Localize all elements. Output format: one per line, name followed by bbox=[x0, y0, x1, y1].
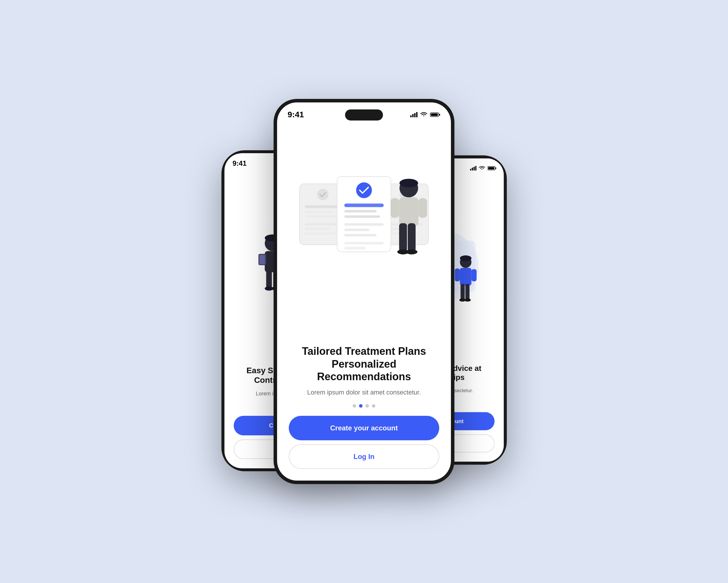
create-account-button-center[interactable]: Create your account bbox=[289, 416, 439, 440]
svg-rect-66 bbox=[470, 169, 471, 171]
svg-rect-10 bbox=[266, 271, 272, 289]
time-center: 9:41 bbox=[288, 110, 304, 119]
screen-title-center: Tailored Treatment Plans Personalized Re… bbox=[289, 345, 439, 383]
svg-rect-24 bbox=[410, 115, 412, 117]
svg-rect-50 bbox=[344, 210, 376, 212]
time-left: 9:41 bbox=[232, 159, 246, 168]
svg-rect-97 bbox=[471, 269, 476, 282]
wifi-icon-center bbox=[420, 112, 427, 117]
svg-rect-15 bbox=[260, 255, 265, 264]
phones-container: 9:41 bbox=[160, 58, 568, 525]
buttons-center: Create your account Log In bbox=[289, 416, 439, 469]
svg-point-48 bbox=[356, 182, 372, 198]
svg-rect-67 bbox=[472, 168, 473, 171]
svg-rect-36 bbox=[305, 223, 341, 225]
screen-content-center: Tailored Treatment Plans Personalized Re… bbox=[277, 123, 451, 481]
svg-rect-26 bbox=[414, 113, 416, 117]
svg-point-32 bbox=[317, 189, 329, 200]
svg-rect-92 bbox=[461, 284, 465, 300]
svg-rect-27 bbox=[416, 112, 418, 117]
signal-icon-center bbox=[410, 112, 418, 117]
svg-rect-35 bbox=[305, 216, 337, 218]
svg-rect-61 bbox=[408, 223, 416, 252]
battery-icon-center bbox=[430, 112, 440, 117]
svg-rect-37 bbox=[305, 228, 330, 230]
svg-rect-53 bbox=[344, 228, 369, 231]
svg-rect-38 bbox=[305, 232, 335, 235]
svg-point-58 bbox=[399, 179, 418, 187]
wifi-icon-right bbox=[479, 166, 485, 171]
login-button-center[interactable]: Log In bbox=[289, 445, 439, 469]
svg-rect-52 bbox=[344, 223, 384, 226]
svg-rect-56 bbox=[344, 247, 366, 250]
svg-rect-33 bbox=[305, 205, 341, 208]
svg-rect-30 bbox=[431, 113, 438, 116]
status-icons-right bbox=[470, 166, 496, 171]
dot-2-center bbox=[359, 404, 363, 408]
screen-desc-center: Lorem ipsum dolor sit amet consectetur. bbox=[289, 387, 439, 397]
svg-rect-69 bbox=[475, 166, 476, 171]
dot-1-center bbox=[353, 404, 356, 408]
text-area-center: Tailored Treatment Plans Personalized Re… bbox=[289, 345, 439, 397]
svg-rect-55 bbox=[344, 242, 384, 245]
svg-rect-96 bbox=[455, 269, 460, 281]
svg-rect-64 bbox=[391, 198, 399, 218]
svg-rect-54 bbox=[344, 234, 376, 237]
svg-rect-34 bbox=[305, 211, 333, 213]
svg-rect-59 bbox=[399, 197, 418, 226]
illustration-svg-center bbox=[289, 173, 439, 295]
svg-rect-93 bbox=[466, 284, 470, 300]
battery-icon-right bbox=[488, 166, 496, 171]
svg-rect-29 bbox=[439, 114, 440, 116]
phone-center-screen: 9:41 bbox=[277, 102, 451, 481]
svg-rect-91 bbox=[460, 268, 472, 286]
dynamic-island-center bbox=[345, 109, 383, 121]
svg-point-90 bbox=[460, 255, 472, 261]
svg-rect-25 bbox=[412, 114, 414, 117]
svg-rect-71 bbox=[496, 168, 496, 169]
svg-point-63 bbox=[406, 250, 417, 254]
svg-rect-60 bbox=[399, 223, 407, 252]
svg-rect-68 bbox=[474, 167, 475, 171]
dot-3-center bbox=[365, 404, 369, 408]
status-icons-center bbox=[410, 112, 440, 117]
svg-rect-72 bbox=[488, 167, 494, 170]
svg-rect-49 bbox=[344, 203, 384, 207]
signal-icon-right bbox=[470, 166, 476, 171]
svg-rect-51 bbox=[344, 216, 380, 218]
svg-rect-65 bbox=[419, 198, 427, 218]
dots-center bbox=[353, 404, 375, 408]
svg-point-95 bbox=[464, 299, 471, 302]
dot-4-center bbox=[372, 404, 375, 408]
illustration-center bbox=[289, 123, 439, 345]
phone-center: 9:41 bbox=[274, 99, 454, 484]
